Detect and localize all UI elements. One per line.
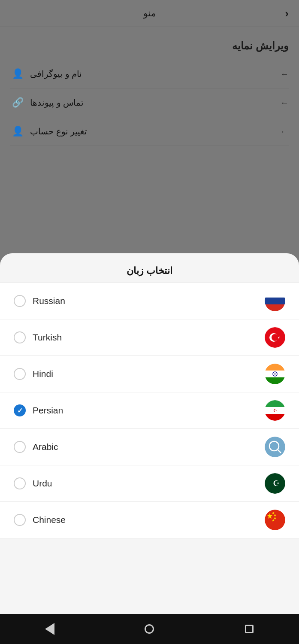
lang-left-hindi: Hindi xyxy=(14,368,53,380)
svg-rect-13 xyxy=(265,377,285,384)
svg-rect-11 xyxy=(265,364,285,371)
radio-russian[interactable] xyxy=(14,295,26,307)
settings-row-right: نام و بیوگرافی 👤 xyxy=(10,67,82,81)
link-icon: 🔗 xyxy=(10,95,25,110)
settings-row-right-2: تماس و پیوندها 🔗 xyxy=(10,95,84,110)
flag-chinese-icon xyxy=(265,510,285,530)
lang-left-chinese: Chinese xyxy=(14,514,66,526)
svg-rect-3 xyxy=(265,298,285,304)
settings-row-contact[interactable]: ← تماس و پیوندها 🔗 xyxy=(10,88,289,117)
flag-russian-icon xyxy=(265,291,285,311)
nav-recent-button[interactable] xyxy=(236,620,262,638)
radio-hindi[interactable] xyxy=(14,368,26,380)
flag-urdu-icon: ☪ xyxy=(265,473,285,494)
row-label-name: نام و بیوگرافی xyxy=(30,69,82,79)
svg-point-8 xyxy=(272,334,278,341)
back-arrow-icon: ← xyxy=(280,69,289,79)
background-settings: منو › ویرایش نمایه ← نام و بیوگرافی 👤 ← … xyxy=(0,0,299,266)
radio-chinese[interactable] xyxy=(14,514,26,526)
flag-turkish-icon xyxy=(265,327,285,348)
language-item-arabic[interactable]: Arabic xyxy=(0,429,299,465)
settings-row-right-3: تغییر نوع حساب 👤 xyxy=(10,124,87,139)
nav-home-button[interactable] xyxy=(136,620,162,638)
back-nav-icon xyxy=(45,623,54,635)
svg-rect-22 xyxy=(265,437,285,457)
person-icon: 👤 xyxy=(10,67,25,81)
lang-name-persian: Persian xyxy=(33,405,63,416)
lang-left-persian: Persian xyxy=(14,404,63,416)
lang-name-urdu: Urdu xyxy=(33,478,52,489)
recent-nav-icon xyxy=(245,625,254,633)
flag-persian-icon: ☪ xyxy=(265,400,285,421)
svg-text:☪: ☪ xyxy=(273,479,280,488)
language-item-turkish[interactable]: Turkish xyxy=(0,319,299,356)
row-label-account: تغییر نوع حساب xyxy=(30,126,87,137)
lang-left-turkish: Turkish xyxy=(14,331,62,343)
back-arrow-icon-2: ← xyxy=(280,98,289,108)
lang-left-arabic: Arabic xyxy=(14,441,58,453)
lang-left-urdu: Urdu xyxy=(14,477,52,489)
svg-rect-4 xyxy=(265,304,285,311)
lang-name-chinese: Chinese xyxy=(33,515,66,525)
radio-turkish[interactable] xyxy=(14,331,26,343)
row-label-contact: تماس و پیوندها xyxy=(30,97,84,108)
svg-text:☪: ☪ xyxy=(273,408,277,413)
top-bar: منو › xyxy=(0,0,299,27)
lang-name-arabic: Arabic xyxy=(33,442,58,452)
svg-point-15 xyxy=(275,374,276,375)
navigation-bar xyxy=(0,614,299,644)
back-arrow-icon-3: ← xyxy=(280,127,289,137)
language-bottom-sheet: انتخاب زبان Russian xyxy=(0,253,299,644)
home-nav-icon xyxy=(145,624,154,634)
account-icon: 👤 xyxy=(10,124,25,139)
sheet-title: انتخاب زبان xyxy=(127,265,172,276)
language-item-russian[interactable]: Russian xyxy=(0,283,299,319)
radio-urdu[interactable] xyxy=(14,477,26,489)
lang-name-turkish: Turkish xyxy=(33,332,62,343)
language-item-hindi[interactable]: Hindi xyxy=(0,356,299,392)
settings-row-name[interactable]: ← نام و بیوگرافی 👤 xyxy=(10,60,289,88)
language-item-chinese[interactable]: Chinese xyxy=(0,502,299,538)
settings-section: ویرایش نمایه ← نام و بیوگرافی 👤 ← تماس و… xyxy=(0,27,299,150)
settings-title: ویرایش نمایه xyxy=(10,40,289,52)
language-list: Russian Turkish xyxy=(0,283,299,644)
svg-rect-17 xyxy=(265,400,285,407)
top-bar-title: منو xyxy=(143,8,156,19)
language-item-persian[interactable]: Persian ☪ xyxy=(0,392,299,429)
radio-arabic[interactable] xyxy=(14,441,26,453)
nav-back-button[interactable] xyxy=(37,620,63,638)
lang-name-hindi: Hindi xyxy=(33,369,53,379)
svg-rect-2 xyxy=(265,291,285,298)
flag-hindi-icon xyxy=(265,364,285,384)
settings-row-account[interactable]: ← تغییر نوع حساب 👤 xyxy=(10,117,289,146)
flag-arabic-icon xyxy=(265,437,285,457)
svg-rect-29 xyxy=(265,510,285,530)
lang-left-russian: Russian xyxy=(14,295,65,307)
chevron-right-icon[interactable]: › xyxy=(285,7,289,20)
language-item-urdu[interactable]: Urdu ☪ xyxy=(0,465,299,502)
lang-name-russian: Russian xyxy=(33,296,65,306)
svg-rect-19 xyxy=(265,414,285,421)
radio-persian[interactable] xyxy=(14,404,26,416)
